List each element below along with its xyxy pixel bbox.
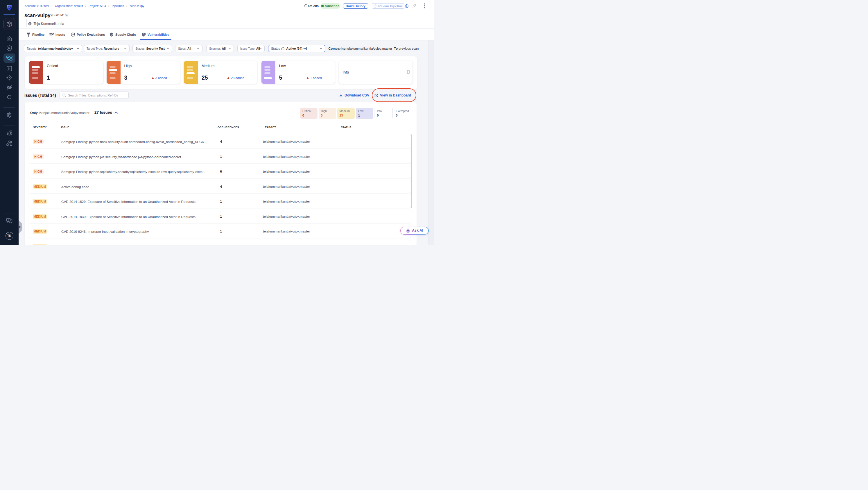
svg-text:?: ? — [8, 219, 9, 221]
